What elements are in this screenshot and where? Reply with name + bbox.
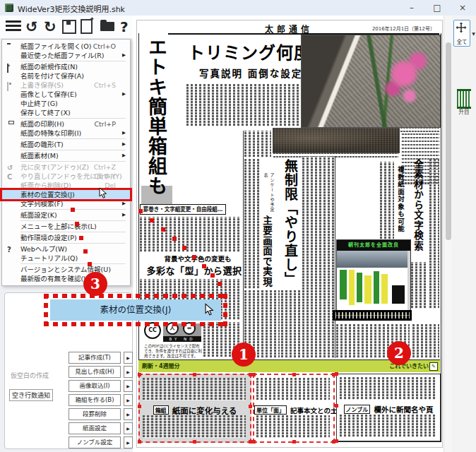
nombre-settings-arrow[interactable]: ▶ [124, 436, 133, 448]
note-icon: ✎ [429, 362, 438, 371]
step-badge-1: 1 [232, 343, 256, 367]
menu-item-web-help[interactable]: ?Webヘルプ(W) [2, 244, 130, 254]
soil-photo [273, 128, 400, 153]
article-box-2[interactable]: 単位「面」 記事本文との土俵 [253, 374, 335, 443]
menu-item-abort-exit[interactable]: 中止終了(G) [2, 99, 130, 108]
text-columns [244, 159, 260, 289]
nombre-settings-button[interactable]: ノンブル設定 [69, 436, 121, 448]
create-article-arrow[interactable]: ▶ [124, 352, 133, 364]
close-button[interactable]: × [452, 0, 473, 16]
mouse-cursor [99, 187, 107, 199]
center-headline: 無制限「やり直し」 [281, 159, 300, 287]
callout-menu-copy: 素材の位置交換(J) [50, 299, 221, 321]
make-box-button[interactable]: 箱組を作る(B) [69, 394, 121, 406]
menu-item-save-as-image[interactable]: 画像として保存(E)▶ [2, 90, 130, 99]
left-headline: 多彩な「型」から選択 [144, 263, 244, 277]
text-columns [140, 217, 242, 252]
document-canvas: 太郎通信 2016年12月1日（第12号） エトキ簡単箱組も 罫巻き・文字組変更… [133, 16, 444, 452]
right-headline: 全素材から文字検索 [411, 159, 425, 259]
ghost-blank-label: 仮空白の作成 [11, 371, 49, 380]
text-columns [411, 262, 428, 309]
article-box-3[interactable]: ノンブル 欄外に新聞名や頁 [336, 374, 441, 441]
text-columns [186, 84, 299, 126]
menu-item-version-info[interactable]: バージョンとシステム情報(U) [2, 265, 130, 274]
move-tool-label: 全て [454, 37, 470, 45]
menu-item-environment-settings[interactable]: 動作環境の設定(P) [2, 233, 130, 242]
menu-icon[interactable] [6, 18, 21, 35]
import-image-button[interactable]: 画像取込(I) [69, 380, 121, 392]
menu-item-overwrite-save[interactable]: 上書き保存(S)Ctrl+S [2, 81, 130, 90]
move-tool-dropdown[interactable]: ▼ [471, 20, 476, 47]
open-folder-icon[interactable] [100, 18, 114, 35]
redo-icon: C [7, 172, 17, 180]
menu-item-new-page[interactable]: 紙面の新規作成(N) [2, 62, 130, 71]
app-window: WideVer3矩形交換説明用.shk – □ × ↺ ↻ ? 仮空白の作成 空… [0, 0, 476, 452]
cc-license-text: このPDFはCCライセンスで配布でき、条件を遵守すれば自由に利用できます。改変は… [144, 344, 203, 359]
move-all-tool[interactable]: 全て [453, 20, 470, 47]
center-subhead: 主要画面で実現 [260, 215, 274, 290]
minimize-button[interactable]: – [401, 0, 422, 16]
save-icon[interactable] [62, 18, 76, 35]
delete-rule-button[interactable]: 段罫削除 [69, 408, 121, 420]
menu-item-check-updates[interactable]: 最新版の有無を確認(V)... [2, 274, 130, 283]
redo-icon[interactable]: ↻ [44, 18, 56, 35]
new-file-icon[interactable] [81, 18, 93, 35]
menu-item-delete-from-page[interactable]: 紙面から削除(D)Del [2, 181, 130, 190]
right-toolbar: 全て ▼ 升目 [452, 16, 476, 452]
mouse-cursor [205, 303, 214, 316]
left-subhead: 背景や文字色の変更も [153, 254, 243, 263]
undo-icon: ↺ [7, 163, 17, 171]
scrollbar-thumb[interactable] [446, 42, 451, 240]
step-badge-2: 2 [387, 341, 411, 365]
menu-item-page-settings[interactable]: 紙面設定(K)▶ [2, 210, 130, 220]
menu-item-page-material[interactable]: 紙面素材(M)▶ [2, 151, 130, 160]
help-icon: ? [7, 245, 17, 253]
menu-item-print[interactable]: 紙面の印刷(H)Ctrl+P [2, 119, 130, 129]
embedded-screenshot: 朝刊太郎を全面改良 [336, 239, 411, 311]
menu-item-swap-material-position[interactable]: 素材の位置交換(J) [2, 190, 130, 199]
grid-tool-label: 升目 [455, 107, 473, 115]
page-settings-button[interactable]: 紙面設定 [69, 422, 121, 434]
menu-separator [20, 263, 126, 264]
menu-item-page-template[interactable]: 紙面の雛形(T)▶ [2, 140, 130, 149]
menu-separator [20, 232, 126, 232]
menu-item-redo[interactable]: Cやり直し(アンドゥを元に戻す)(Y)Ctrl+Y [2, 172, 130, 181]
delete-rule-arrow[interactable]: ▶ [124, 408, 133, 420]
menu-item-recent-files[interactable]: 最近使った紙面ファイル(R)▶ [2, 51, 130, 60]
menu-item-show-menu-on-top[interactable]: メニューを上部に表示(L) [2, 222, 130, 231]
menu-item-tutorial[interactable]: チュートリアル(Q) [2, 254, 130, 263]
menu-separator [20, 118, 126, 119]
help-icon[interactable]: ? [120, 18, 129, 35]
text-columns [429, 159, 439, 309]
menu-item-save-and-exit[interactable]: 保存して終了(X) [2, 108, 130, 117]
newspaper-page: 太郎通信 2016年12月1日（第12号） エトキ簡単箱組も 罫巻き・文字組変更… [136, 20, 443, 448]
text-columns [244, 131, 271, 157]
make-box-arrow[interactable]: ▶ [124, 394, 133, 406]
undo-icon[interactable]: ↺ [25, 18, 38, 35]
menu-item-save-as[interactable]: 名前を付けて保存(A) [2, 71, 130, 81]
page-settings-arrow[interactable]: ▶ [124, 422, 133, 434]
import-image-arrow[interactable]: ▶ [124, 380, 133, 392]
create-article-button[interactable]: 記事作成(T) [69, 352, 121, 364]
screenshot-caption-bar [333, 310, 412, 321]
band-left-text: 刷新・4週間分 [138, 363, 180, 369]
main-menu: 紙面ファイルを開く(O)Ctrl+O 最近使った紙面ファイル(R)▶ 紙面の新規… [1, 39, 131, 286]
column-rule [243, 131, 244, 358]
menu-item-special-print[interactable]: 紙面の特殊な印刷(I)▶ [2, 129, 130, 138]
maximize-button[interactable]: □ [427, 0, 448, 16]
screenshot-title: 朝刊太郎を全面改良 [337, 240, 410, 251]
flowers-photo [301, 35, 441, 128]
grid-icon[interactable] [457, 89, 471, 109]
menu-item-undo[interactable]: ↺元に戻す(アンドゥ)(Z)Ctrl+Z [2, 162, 130, 172]
menu-separator [20, 220, 126, 221]
create-headline-arrow[interactable]: ▶ [124, 366, 133, 378]
create-headline-button[interactable]: 見出し作成(H) [69, 366, 121, 378]
menu-item-text-search[interactable]: 文字列検索(F)▶ [2, 199, 130, 208]
article-box-1[interactable]: 箱組 紙面に変化与える [138, 374, 251, 443]
callout-box: 素材の位置交換(J) [44, 294, 227, 326]
screenshot-scrollbar [407, 251, 410, 310]
column-rule [335, 156, 335, 358]
article-tag: 単位「面」 [254, 405, 287, 415]
menu-item-open-file[interactable]: 紙面ファイルを開く(O)Ctrl+O [2, 42, 130, 51]
lead-vertical-headline: エトキ簡単箱組も [143, 37, 170, 208]
